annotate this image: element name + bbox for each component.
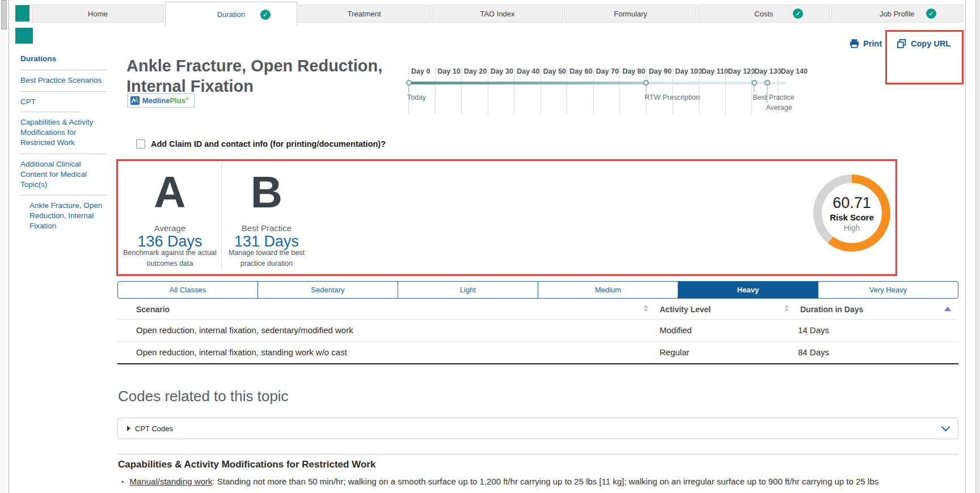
sort-icon[interactable] (644, 305, 648, 312)
claim-info-row: Add Claim ID and contact info (for print… (136, 139, 386, 148)
tab-tao-index[interactable]: TAO Index (432, 5, 564, 23)
tab-label: Home (88, 10, 108, 18)
chevron-down-icon[interactable] (941, 423, 951, 432)
timeline-marker-stem (754, 85, 754, 93)
table-row[interactable]: Open reduction, internal fixation, stand… (117, 341, 958, 364)
page-title-line1: Ankle Fracture, Open Reduction, (126, 56, 382, 76)
copy-url-label: Copy URL (911, 39, 951, 48)
timeline-tick: Day 130 (751, 66, 752, 114)
risk-score-value: 60.71 (833, 194, 871, 212)
duration-stats-annotation-box: A Average 136 Days Benchmark against the… (116, 159, 897, 276)
sidebar-item-additional-clinical[interactable]: Additional Clinical Content for Medical … (20, 154, 107, 196)
class-tab-heavy[interactable]: Heavy (678, 282, 818, 298)
class-tab-medium[interactable]: Medium (538, 282, 678, 298)
left-scrollbar-track[interactable] (0, 0, 9, 493)
cell-duration: 84 Days (798, 347, 829, 357)
timeline-tick: Day 10 (435, 66, 436, 114)
column-header-scenario[interactable]: Scenario (136, 305, 170, 314)
sidebar-item-capabilities[interactable]: Capabilities & Activity Modifications fo… (20, 112, 107, 154)
complete-check-icon: ✓ (926, 8, 936, 19)
sort-icon[interactable] (784, 305, 789, 312)
cell-scenario: Open reduction, internal fixation, stand… (136, 347, 347, 357)
best-practice-duration-stat: B Best Practice 131 Days Manage toward t… (222, 161, 311, 274)
right-edge-strip (975, 0, 980, 493)
timeline-tick: Day 80 (619, 66, 620, 114)
cell-duration: 14 Days (798, 325, 829, 335)
print-button[interactable]: Print (850, 39, 882, 48)
tab-formulary[interactable]: Formulary (564, 5, 696, 23)
table-row[interactable]: Open reduction, internal fixation, seden… (117, 319, 958, 341)
plus-text: Plus (170, 96, 185, 105)
column-header-duration[interactable]: Duration in Days (800, 305, 863, 314)
class-tab-sedentary[interactable]: Sedentary (257, 282, 398, 298)
timeline-marker-label: Best Practice (753, 94, 795, 101)
sort-ascending-icon[interactable] (944, 307, 951, 311)
capabilities-bullet: •Manual/standing work: Standing not more… (121, 477, 975, 486)
tab-costs[interactable]: Costs✓ (698, 5, 830, 23)
capability-term-link[interactable]: Manual/standing work (130, 477, 213, 486)
claim-info-label: Add Claim ID and contact info (for print… (151, 139, 386, 148)
risk-score-label: Risk Score (830, 212, 874, 222)
class-tab-all-classes[interactable]: All Classes (118, 282, 257, 298)
sidebar-item-durations[interactable]: Durations (20, 49, 107, 70)
class-tab-very-heavy[interactable]: Very Heavy (818, 282, 958, 298)
timeline-tick: Day 30 (488, 66, 488, 114)
timeline-marker-label: Average (766, 104, 792, 112)
tab-label: TAO Index (480, 10, 514, 18)
tab-home[interactable]: Home (32, 5, 164, 23)
printer-icon (850, 39, 859, 48)
best-practice-letter: B (222, 170, 311, 214)
timeline-tick: Day 20 (461, 66, 462, 114)
cpt-codes-accordion[interactable]: CPT Codes (117, 418, 958, 439)
timeline-marker-stem (646, 85, 647, 93)
best-practice-label: Best Practice (222, 223, 311, 233)
tab-duration[interactable]: Duration✓ (165, 2, 297, 27)
medlineplus-logo-icon (130, 96, 140, 105)
medline-text: Medline (142, 96, 170, 105)
complete-check-icon: ✓ (793, 8, 803, 19)
duration-timeline: Day 0Day 10Day 20Day 30Day 40Day 50Day 6… (408, 65, 800, 114)
claim-info-checkbox[interactable] (136, 139, 145, 148)
sidebar-item-ankle-fracture[interactable]: Ankle Fracture, Open Reduction, Internal… (20, 196, 107, 236)
timeline-tick: Day 50 (540, 66, 541, 114)
scenario-table-header: Scenario Activity Level Duration in Days (117, 300, 958, 319)
timeline-tick: Day 110 (699, 66, 699, 114)
bullet-icon: • (121, 478, 124, 486)
tab-label: Duration (217, 10, 245, 19)
capability-text: : Standing not more than 50 min/hr; walk… (212, 477, 878, 486)
tab-label: Treatment (348, 10, 381, 18)
timeline-marker-stem (408, 85, 409, 93)
sidebar-toggle-icon[interactable] (15, 28, 33, 44)
section-divider (117, 454, 958, 454)
tab-job-profile[interactable]: Job Profile✓ (831, 5, 963, 23)
left-scrollbar-thumb[interactable] (1, 0, 7, 29)
average-letter: A (118, 170, 222, 214)
tab-label: Job Profile (880, 10, 914, 18)
sidebar-item-best-practice-scenarios[interactable]: Best Practice Scenarios (20, 70, 107, 92)
timeline-marker-dot (764, 80, 770, 86)
scenario-table: Scenario Activity Level Duration in Days… (117, 300, 958, 364)
work-class-tabs: All Classes Sedentary Light Medium Heavy… (117, 281, 958, 299)
timeline-tick: Day 40 (514, 66, 514, 114)
timeline-marker-dot (406, 80, 412, 86)
menu-toggle-icon[interactable] (15, 5, 29, 22)
column-header-activity-level[interactable]: Activity Level (660, 305, 711, 314)
tab-treatment[interactable]: Treatment (298, 5, 430, 23)
timeline-tick: Day 60 (567, 66, 567, 114)
average-label: Average (118, 223, 222, 233)
right-scrollbar-track[interactable] (965, 0, 976, 493)
timeline-bar (408, 82, 786, 84)
average-duration-stat: A Average 136 Days Benchmark against the… (118, 161, 222, 274)
medlineplus-badge[interactable]: MedlinePlus® (127, 94, 195, 108)
cell-activity-level: Modified (660, 325, 692, 335)
timeline-marker-dot (751, 80, 757, 86)
copy-icon (897, 39, 906, 48)
tab-label: Costs (754, 10, 773, 18)
cpt-codes-label: CPT Codes (135, 424, 173, 433)
sidebar-item-cpt[interactable]: CPT (20, 92, 107, 113)
registered-mark: ® (185, 96, 189, 101)
class-tab-light[interactable]: Light (398, 282, 538, 298)
risk-gauge-ring: 60.71 Risk Score High (813, 175, 890, 252)
copy-url-button[interactable]: Copy URL (897, 39, 962, 48)
section-sidebar: Durations Best Practice Scenarios CPT Ca… (20, 49, 107, 237)
